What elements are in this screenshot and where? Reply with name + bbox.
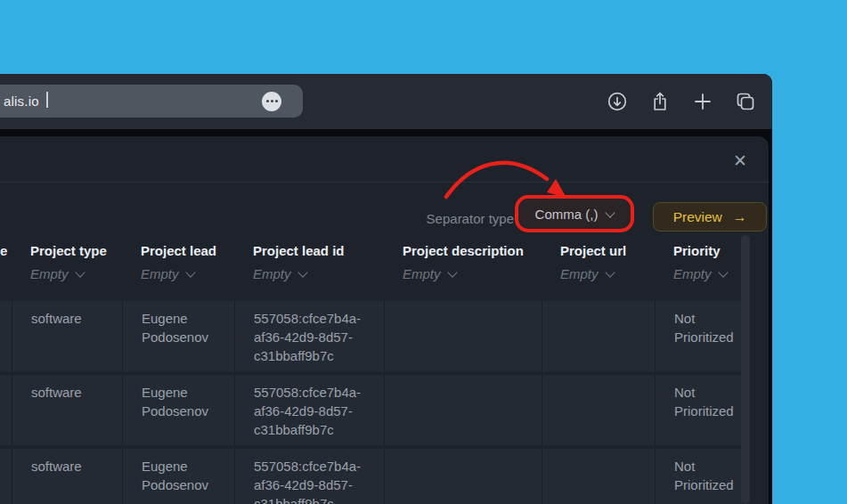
modal-header-divider <box>0 182 769 183</box>
ellipsis-icon[interactable] <box>262 92 281 111</box>
arrow-right-icon: → <box>733 209 747 225</box>
chevron-down-icon <box>297 267 307 277</box>
cell-project-lead-id: 557058:cfce7b4a-af36-42d9-8d57-c31bbaff9… <box>234 301 384 371</box>
column-filter[interactable]: Empty <box>253 266 384 281</box>
column-filter[interactable]: Empty <box>30 266 122 281</box>
cell-project-lead-id: 557058:cfce7b4a-af36-42d9-8d57-c31bbaff9… <box>234 375 384 445</box>
cell-project-lead: Eugene Podosenov <box>122 375 234 445</box>
lock-icon <box>46 93 48 109</box>
column-filter[interactable]: Empty <box>403 266 542 281</box>
preview-button-label: Preview <box>673 209 722 225</box>
chevron-down-icon <box>605 267 615 277</box>
download-icon[interactable] <box>607 91 628 112</box>
preview-button[interactable]: Preview → <box>653 202 767 232</box>
column-filter[interactable]: Empty <box>673 266 742 281</box>
import-preview-modal: ✕ Separator type Comma (,) Preview → e P… <box>0 136 769 504</box>
cell-project-type: software <box>12 301 122 371</box>
cell-project-lead-id: 557058:cfce7b4a-af36-42d9-8d57-c31bbaff9… <box>234 449 384 504</box>
table-row: software Eugene Podosenov 557058:cfce7b4… <box>0 375 742 445</box>
cell-project-description <box>384 375 542 445</box>
cell-project-lead: Eugene Podosenov <box>122 449 234 504</box>
table-header-cutoff: e <box>0 234 12 281</box>
column-header-project-lead: Project lead Empty <box>122 234 234 281</box>
chevron-down-icon <box>75 267 85 277</box>
separator-type-label: Separator type <box>356 209 514 229</box>
cell-project-type: software <box>12 375 122 445</box>
cell-project-url <box>542 449 655 504</box>
column-header-project-lead-id: Project lead id Empty <box>234 234 384 281</box>
new-tab-icon[interactable] <box>692 91 713 112</box>
column-header-project-description: Project description Empty <box>384 234 542 281</box>
share-icon[interactable] <box>649 91 671 112</box>
show-tabs-icon[interactable] <box>735 91 756 112</box>
cell-project-url <box>542 301 655 371</box>
browser-window: alis.io <box>0 74 772 504</box>
column-header-project-url: Project url Empty <box>542 234 655 281</box>
cell-priority: Not Prioritized <box>655 301 742 371</box>
column-filter[interactable]: Empty <box>560 266 655 281</box>
close-icon[interactable]: ✕ <box>729 149 752 172</box>
cell-priority: Not Prioritized <box>655 449 742 504</box>
table-body: software Eugene Podosenov 557058:cfce7b4… <box>0 301 742 504</box>
chevron-down-icon <box>185 267 195 277</box>
cell-project-description <box>384 449 542 504</box>
chevron-down-icon <box>718 267 728 277</box>
cell-priority: Not Prioritized <box>655 375 742 445</box>
column-header-priority: Priority Empty <box>655 234 742 281</box>
cell-project-lead: Eugene Podosenov <box>122 301 234 371</box>
table-row: software Eugene Podosenov 557058:cfce7b4… <box>0 301 742 371</box>
table-row: software Eugene Podosenov 557058:cfce7b4… <box>0 449 742 504</box>
cell-project-url <box>542 375 655 445</box>
table-header-row: e Project type Empty Project lead Empty … <box>0 234 742 281</box>
cell-project-type: software <box>12 449 122 504</box>
vertical-scrollbar[interactable] <box>741 235 750 504</box>
column-filter[interactable]: Empty <box>141 266 234 281</box>
separator-dropdown[interactable]: Comma (,) <box>515 195 634 232</box>
column-header-project-type: Project type Empty <box>12 234 122 281</box>
separator-dropdown-value: Comma (,) <box>535 207 599 222</box>
cell-project-description <box>384 301 542 371</box>
chevron-down-icon <box>606 207 615 217</box>
browser-toolbar: alis.io <box>0 74 772 129</box>
url-bar[interactable]: alis.io <box>0 85 303 118</box>
chevron-down-icon <box>447 267 457 277</box>
url-text: alis.io <box>4 93 39 109</box>
